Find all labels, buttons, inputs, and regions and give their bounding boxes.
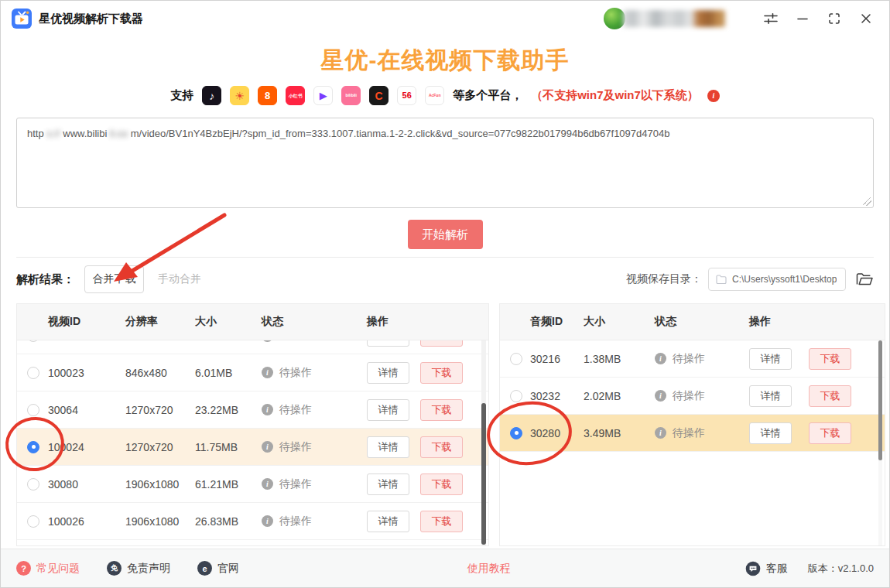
row-radio[interactable] [510, 390, 522, 402]
video-table-header: 视频ID 分辨率 大小 状态 操作 [17, 304, 488, 340]
resolution: 1270x720 [125, 441, 195, 453]
start-parse-button[interactable]: 开始解析 [408, 220, 483, 249]
save-directory-path: C:\Users\yssoft1\Desktop [732, 274, 837, 285]
video-id: 100023 [48, 367, 125, 379]
info-icon: i [262, 478, 273, 490]
info-icon: i [655, 353, 666, 364]
audio-table-header: 音频ID 大小 状态 操作 [500, 304, 885, 340]
detail-button[interactable]: 详情 [367, 511, 409, 532]
file-size: 2.02MB [584, 390, 655, 402]
browse-folder-button[interactable] [855, 272, 874, 287]
url-text-segment: http [27, 128, 44, 139]
row-radio[interactable] [27, 441, 39, 453]
settings-icon[interactable] [762, 7, 780, 30]
platform-icon: bilibili [341, 86, 361, 105]
row-radio[interactable] [510, 353, 522, 365]
audio-table-row[interactable]: 30280 3.49MB i 待操作 详情 下载 [500, 415, 885, 452]
detail-button[interactable]: 详情 [749, 385, 792, 407]
video-results-panel: 视频ID 分辨率 大小 状态 操作 i 待操作 [16, 303, 489, 546]
row-radio[interactable] [27, 340, 39, 342]
maximize-icon[interactable] [825, 7, 844, 30]
actions-cell: 详情 下载 [749, 385, 885, 407]
result-mode-tab[interactable]: 合并下载 [84, 265, 144, 293]
audio-id: 30280 [530, 427, 584, 439]
video-id: 30064 [48, 404, 125, 416]
customer-service-link[interactable]: 客服 [745, 561, 788, 576]
app-title: 星优视频解析下载器 [39, 12, 143, 26]
platform-icon: ♪ [202, 86, 221, 105]
actions-cell: 详情 下载 [367, 340, 488, 347]
minimize-icon[interactable] [793, 7, 812, 30]
info-icon[interactable]: i [707, 90, 720, 102]
actions-cell: 详情 下载 [367, 436, 488, 458]
row-radio[interactable] [27, 404, 39, 416]
close-icon[interactable] [857, 7, 875, 30]
status-cell: i 待操作 [262, 440, 367, 454]
faq-link[interactable]: ? 常见问题 [16, 561, 80, 576]
actions-cell: 详情 下载 [367, 399, 488, 421]
status-text: 待操作 [673, 352, 705, 366]
detail-button[interactable]: 详情 [367, 399, 409, 421]
detail-button[interactable]: 详情 [749, 422, 792, 444]
status-cell: i 待操作 [262, 477, 367, 491]
detail-button[interactable]: 详情 [367, 340, 409, 347]
user-avatar[interactable] [604, 8, 625, 29]
parse-button-row: 开始解析 [16, 220, 874, 249]
row-radio[interactable] [27, 478, 39, 491]
video-table-row[interactable]: 100023 846x480 6.01MB i 待操作 详情 下载 [17, 354, 488, 391]
audio-id: 30216 [530, 353, 584, 365]
video-table-row[interactable]: 30064 1270x720 23.22MB i 待操作 详情 下载 [17, 391, 488, 429]
platform-icon: 56 [397, 86, 416, 105]
save-directory-input[interactable]: C:\Users\yssoft1\Desktop [708, 268, 846, 291]
download-button[interactable]: 下载 [420, 362, 463, 384]
download-button[interactable]: 下载 [809, 385, 851, 407]
detail-button[interactable]: 详情 [367, 473, 409, 495]
download-button[interactable]: 下载 [420, 399, 463, 421]
download-button[interactable]: 下载 [420, 436, 463, 458]
download-button[interactable]: 下载 [420, 340, 463, 347]
website-link[interactable]: e 官网 [197, 561, 239, 576]
audio-id: 30232 [530, 390, 584, 402]
download-button[interactable]: 下载 [420, 511, 463, 532]
user-account[interactable] [604, 8, 725, 29]
audio-table-row[interactable]: 30216 1.38MB i 待操作 详情 下载 [500, 340, 885, 378]
question-icon: ? [16, 561, 31, 576]
download-button[interactable]: 下载 [420, 473, 463, 495]
url-input[interactable]: http s:// www.bilibi li.co m/video/BV1nY… [16, 118, 874, 208]
col-header-size: 大小 [584, 315, 655, 329]
status-text: 待操作 [279, 440, 312, 454]
download-button[interactable]: 下载 [809, 348, 851, 370]
result-mode-tab[interactable]: 手动合并 [158, 272, 201, 286]
platform-icon: 8 [258, 86, 277, 105]
detail-button[interactable]: 详情 [367, 362, 409, 384]
audio-table-row[interactable]: 30232 2.02MB i 待操作 详情 下载 [500, 378, 885, 415]
info-icon: i [262, 404, 273, 415]
video-id: 100024 [48, 441, 125, 453]
info-icon: i [262, 515, 273, 527]
download-button[interactable]: 下载 [809, 422, 851, 444]
video-table-row[interactable]: 30080 1906x1080 61.21MB i 待操作 详情 下载 [17, 466, 488, 503]
video-table-row[interactable]: 100026 1906x1080 26.83MB i 待操作 详情 下载 [17, 503, 488, 540]
detail-button[interactable]: 详情 [749, 348, 792, 370]
video-table-row[interactable]: 100024 1270x720 11.75MB i 待操作 详情 下载 [17, 429, 488, 466]
faq-label: 常见问题 [36, 562, 80, 576]
row-radio[interactable] [510, 427, 522, 439]
scrollbar-thumb[interactable] [481, 403, 486, 545]
col-header-actions: 操作 [367, 315, 488, 329]
actions-cell: 详情 下载 [367, 473, 488, 495]
audio-table-scrollbar[interactable] [878, 340, 882, 546]
scrollbar-thumb[interactable] [878, 340, 882, 460]
resolution: 1906x1080 [125, 515, 195, 528]
row-radio[interactable] [27, 367, 39, 379]
support-suffix-label: 等多个平台， [453, 88, 522, 103]
row-radio[interactable] [27, 515, 39, 528]
video-table-scrollbar[interactable] [481, 340, 486, 546]
actions-cell: 详情 下载 [367, 362, 488, 384]
disclaimer-link[interactable]: 免 免责声明 [107, 561, 170, 576]
detail-button[interactable]: 详情 [367, 436, 409, 458]
tutorial-link[interactable]: 使用教程 [467, 562, 511, 576]
app-logo-icon [12, 9, 32, 29]
platform-icon: C [369, 86, 389, 105]
save-directory-label: 视频保存目录： [626, 272, 702, 286]
customer-service-label: 客服 [766, 562, 788, 576]
